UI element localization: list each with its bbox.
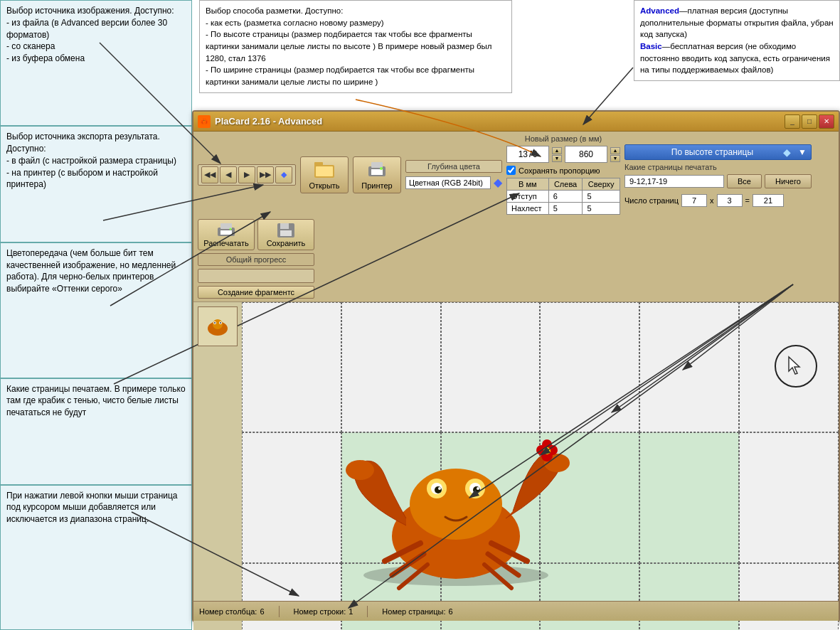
overlap-top-input[interactable] <box>587 204 608 213</box>
cell-2-6[interactable] <box>739 432 839 562</box>
width-up[interactable]: ▲ <box>552 147 562 154</box>
print-label: Распечатать <box>203 239 248 247</box>
cell-1-5[interactable] <box>639 302 739 432</box>
nav-prev-prev[interactable]: ◀◀ <box>201 166 218 183</box>
print-button[interactable]: Распечатать <box>198 219 255 250</box>
none-button[interactable]: Ничего <box>765 174 812 188</box>
pages-input[interactable] <box>624 175 724 188</box>
fragment-button[interactable]: Создание фрагментс <box>198 286 314 299</box>
svg-point-31 <box>346 460 374 480</box>
color-text: Цветопередача (чем больше бит тем качест… <box>6 248 176 294</box>
all-button[interactable]: Все <box>727 174 762 188</box>
svg-marker-44 <box>789 357 799 374</box>
cursor-icon <box>785 356 807 377</box>
page-grid[interactable] <box>242 302 839 630</box>
margin-row2-label: Нахлест <box>507 203 549 215</box>
row-label: Номер строки: <box>294 607 346 616</box>
export-annotation: Выбор источника экспорта результата. Дос… <box>0 126 192 242</box>
save-icon <box>276 222 296 237</box>
count-y-input[interactable] <box>717 194 743 207</box>
height-spinner[interactable]: ▲ ▼ <box>610 147 620 162</box>
count-x-input[interactable] <box>681 194 707 207</box>
svg-rect-1 <box>314 162 323 166</box>
action-buttons-row: Распечатать Сохранить <box>198 219 314 250</box>
margin-row2-top[interactable] <box>583 203 620 215</box>
svg-rect-2 <box>316 166 333 176</box>
width-input[interactable] <box>506 146 549 163</box>
height-up[interactable]: ▲ <box>610 147 620 154</box>
count-mult: x <box>710 196 714 205</box>
print-icon <box>216 222 236 237</box>
svg-point-22 <box>410 469 502 540</box>
nav-next-next[interactable]: ▶▶ <box>257 166 274 183</box>
cell-2-2[interactable] <box>341 432 441 562</box>
margin-col1: В мм <box>507 178 549 191</box>
top-right-annotation: Advanced—платная версия (доступны дополн… <box>634 0 840 81</box>
margin-row2-left[interactable] <box>548 203 583 215</box>
offset-top-input[interactable] <box>587 192 608 201</box>
app-icon: 🦀 <box>198 115 211 128</box>
cell-2-5[interactable] <box>639 432 739 562</box>
left-annotation-panels: Выбор источника изображения. Доступно: -… <box>0 0 192 630</box>
basic-label: Basic <box>640 42 662 50</box>
count-label: Число страниц <box>624 196 679 205</box>
close-button[interactable]: ✕ <box>819 114 834 129</box>
pages-label: Какие страницы печатать <box>624 163 812 171</box>
printer-button[interactable]: Принтер <box>353 156 401 193</box>
margins-table: В мм Слева Сверху Отступ Нахлест <box>506 178 620 215</box>
svg-rect-12 <box>280 223 289 229</box>
maximize-button[interactable]: □ <box>802 114 817 129</box>
thumbnail-icon <box>202 313 233 340</box>
col-status: Номер столбца: 6 <box>199 607 265 616</box>
top-center-text: Выбор способа разметки. Доступно: - как … <box>206 6 492 86</box>
overlap-left-input[interactable] <box>553 204 575 213</box>
main-window: 🦀 PlaCard 2.16 - Advanced _ □ ✕ ◀◀ ◀ ▶ ▶… <box>192 110 840 622</box>
pages-section: Какие страницы печатать Все Ничего Число… <box>624 163 812 207</box>
margin-row1-label: Отступ <box>507 191 549 203</box>
layout-dropdown[interactable]: По высоте страницы ▼ ◆ <box>624 144 812 160</box>
basic-suffix: —бесплатная версия (не обходимо постоянн… <box>640 42 830 74</box>
minimize-button[interactable]: _ <box>785 114 800 129</box>
size-inputs: ▲ ▼ ▲ ▼ <box>506 146 620 163</box>
thumbnail <box>198 306 238 346</box>
pages-annotation: Какие страницы печатаем. В примере тольк… <box>0 378 192 485</box>
open-button[interactable]: Открыть <box>300 156 349 193</box>
color-diamond[interactable]: ◆ <box>494 176 502 189</box>
open-icon <box>313 159 336 179</box>
nav-diamond[interactable]: ◆ <box>275 166 292 183</box>
svg-point-30 <box>477 487 479 490</box>
svg-point-19 <box>220 322 221 324</box>
svg-rect-5 <box>371 162 383 168</box>
width-spinner[interactable]: ▲ ▼ <box>552 147 562 162</box>
window-title: PlaCard 2.16 - Advanced <box>215 116 785 127</box>
nav-next[interactable]: ▶ <box>238 166 255 183</box>
layout-section: По высоте страницы ▼ ◆ Какие страницы пе… <box>624 144 812 207</box>
offset-left-input[interactable] <box>553 192 575 201</box>
save-button[interactable]: Сохранить <box>257 219 314 250</box>
nav-prev[interactable]: ◀ <box>220 166 237 183</box>
margin-row1-top[interactable] <box>583 191 620 203</box>
dropdown-arrow: ▼ <box>798 147 807 157</box>
width-down[interactable]: ▼ <box>552 155 562 162</box>
count-eq: = <box>745 196 750 205</box>
pages-count: Число страниц x = <box>624 194 812 207</box>
proportion-label: Сохранять пропорцию <box>519 166 600 175</box>
svg-rect-13 <box>280 230 292 236</box>
row-status: Номер строки: 1 <box>294 607 353 616</box>
depth-select[interactable]: Цветная (RGB 24bit) ◆ <box>405 176 502 189</box>
height-input[interactable] <box>565 146 607 163</box>
svg-rect-4 <box>371 169 383 175</box>
margin-row1-left[interactable] <box>548 191 583 203</box>
height-down[interactable]: ▼ <box>610 155 620 162</box>
window-controls[interactable]: _ □ ✕ <box>785 114 834 129</box>
nav-buttons[interactable]: ◀◀ ◀ ▶ ▶▶ ◆ <box>198 164 296 186</box>
page-value: 6 <box>449 607 453 616</box>
crab-image <box>321 412 591 597</box>
proportion-check[interactable]: Сохранять пропорцию <box>506 166 620 175</box>
pages-text: Какие страницы печатаем. В примере тольк… <box>6 384 186 418</box>
margin-col2: Слева <box>548 178 583 191</box>
color-select[interactable]: Цветная (RGB 24bit) <box>405 176 491 189</box>
count-total-input[interactable] <box>753 194 784 207</box>
source-text: Выбор источника изображения. Доступно: -… <box>6 6 174 63</box>
proportion-checkbox[interactable] <box>506 166 516 175</box>
